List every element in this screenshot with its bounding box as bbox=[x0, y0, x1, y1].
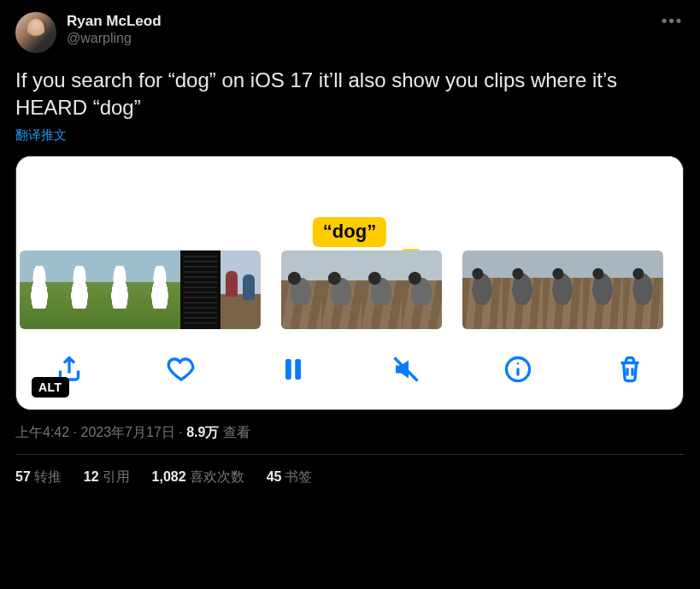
svg-point-5 bbox=[517, 362, 519, 364]
alt-badge[interactable]: ALT bbox=[32, 377, 69, 398]
clip-frame bbox=[221, 250, 261, 329]
tweet-meta: 上午4:42 · 2023年7月17日 · 8.9万 查看 bbox=[15, 424, 685, 442]
quotes-stat[interactable]: 12引用 bbox=[84, 468, 130, 486]
speaker-muted-icon[interactable] bbox=[391, 354, 421, 385]
media-card[interactable]: “dog” bbox=[15, 156, 684, 410]
svg-rect-1 bbox=[296, 359, 302, 380]
views-label: 查看 bbox=[219, 425, 250, 439]
heart-icon[interactable] bbox=[166, 354, 197, 385]
clip-frame bbox=[583, 250, 623, 329]
clip-frame bbox=[402, 250, 442, 329]
media-header-area: “dog” bbox=[16, 156, 683, 250]
search-match-tag: “dog” bbox=[313, 217, 386, 247]
translate-link[interactable]: 翻译推文 bbox=[15, 127, 685, 144]
tweet-container: Ryan McLeod @warpling ••• If you search … bbox=[0, 0, 700, 486]
video-timeline[interactable] bbox=[16, 250, 683, 329]
clip-frame bbox=[20, 250, 60, 329]
svg-rect-0 bbox=[285, 359, 291, 380]
media-toolbar bbox=[16, 329, 683, 409]
meta-time[interactable]: 上午4:42 bbox=[15, 425, 69, 439]
clip-frame bbox=[462, 250, 503, 329]
retweets-stat[interactable]: 57转推 bbox=[15, 468, 62, 486]
clip-frame bbox=[503, 250, 543, 329]
handle: @warpling bbox=[67, 30, 162, 47]
info-icon[interactable] bbox=[503, 354, 533, 385]
clip-frame bbox=[140, 250, 180, 329]
clip-group[interactable] bbox=[281, 250, 442, 329]
clip-frame bbox=[362, 250, 402, 329]
avatar[interactable] bbox=[15, 12, 56, 53]
clip-group[interactable] bbox=[462, 250, 663, 329]
bookmarks-stat[interactable]: 45书签 bbox=[267, 468, 313, 486]
tweet-header: Ryan McLeod @warpling ••• bbox=[15, 12, 685, 53]
clip-frame bbox=[60, 250, 100, 329]
clip-frame bbox=[623, 250, 663, 329]
clip-frame bbox=[321, 250, 362, 329]
views-count: 8.9万 bbox=[186, 425, 219, 439]
author-block[interactable]: Ryan McLeod @warpling bbox=[67, 12, 162, 47]
clip-frame bbox=[100, 250, 140, 329]
clip-frame bbox=[543, 250, 583, 329]
clip-group[interactable] bbox=[20, 250, 261, 329]
trash-icon[interactable] bbox=[615, 354, 645, 385]
stats-row: 57转推 12引用 1,082喜欢次数 45书签 bbox=[15, 455, 685, 486]
tweet-text: If you search for “dog” on iOS 17 it’ll … bbox=[15, 67, 685, 122]
display-name: Ryan McLeod bbox=[67, 12, 162, 30]
clip-frame bbox=[180, 250, 221, 329]
clip-frame bbox=[281, 250, 321, 329]
likes-stat[interactable]: 1,082喜欢次数 bbox=[152, 468, 244, 486]
meta-date[interactable]: 2023年7月17日 bbox=[80, 425, 174, 439]
more-icon[interactable]: ••• bbox=[662, 12, 683, 30]
pause-icon[interactable] bbox=[278, 354, 309, 385]
